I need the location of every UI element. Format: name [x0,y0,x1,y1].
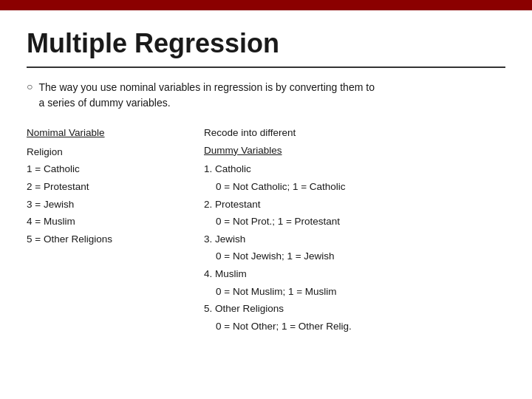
right-item-2-label: 3. Jewish [204,231,505,248]
bullet-point: ○ The way you use nominal variables in r… [27,80,505,111]
right-col-header-line1: Recode into different [204,124,505,142]
left-item-1: 1 = Catholic [27,160,174,178]
left-item-2: 2 = Protestant [27,178,174,196]
page-content: Multiple Regression ○ The way you use no… [0,10,532,399]
bullet-icon: ○ [27,81,33,111]
right-item-4-label: 5. Other Religions [204,300,505,318]
top-bar [0,0,532,10]
left-item-5: 5 = Other Religions [27,231,174,248]
page-title: Multiple Regression [27,28,505,59]
right-item-3-label: 4. Muslim [204,265,505,283]
right-item-0-label: 1. Catholic [204,160,505,178]
intro-line2: a series of dummy variables. [38,97,170,109]
right-item-1-label: 2. Protestant [204,196,505,214]
right-col-header-line2: Dummy Variables [204,142,505,160]
right-item-2-sub: 0 = Not Jewish; 1 = Jewish [216,248,505,265]
right-item-0-sub: 0 = Not Catholic; 1 = Catholic [216,178,505,196]
left-column: Nomimal Variable Religion 1 = Catholic 2… [27,124,174,335]
divider [27,66,505,68]
right-item-4-sub: 0 = Not Other; 1 = Other Relig. [216,318,505,335]
left-item-0: Religion [27,143,174,161]
right-item-3-sub: 0 = Not Muslim; 1 = Muslim [216,283,505,301]
intro-section: ○ The way you use nominal variables in r… [27,80,505,111]
right-column: Recode into different Dummy Variables 1.… [204,124,505,335]
two-column-section: Nomimal Variable Religion 1 = Catholic 2… [27,124,505,335]
right-item-1-sub: 0 = Not Prot.; 1 = Protestant [216,213,505,231]
intro-line1: The way you use nominal variables in reg… [38,81,374,93]
left-item-3: 3 = Jewish [27,196,174,214]
intro-text: The way you use nominal variables in reg… [38,80,505,111]
left-col-header: Nomimal Variable [27,124,174,142]
left-item-4: 4 = Muslim [27,213,174,231]
